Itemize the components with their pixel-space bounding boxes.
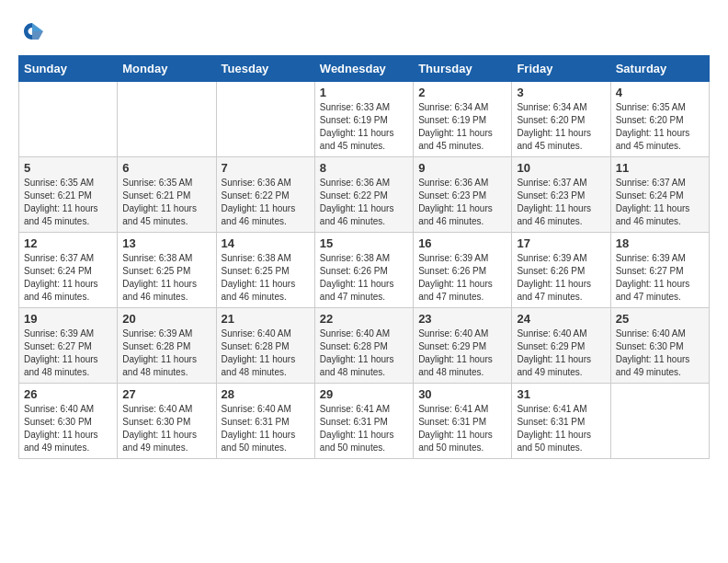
calendar-cell: 3Sunrise: 6:34 AM Sunset: 6:20 PM Daylig… — [512, 82, 610, 157]
calendar-cell: 24Sunrise: 6:40 AM Sunset: 6:29 PM Dayli… — [512, 308, 610, 384]
calendar-cell: 1Sunrise: 6:33 AM Sunset: 6:19 PM Daylig… — [314, 82, 413, 157]
day-number: 8 — [320, 161, 408, 175]
day-info: Sunrise: 6:39 AM Sunset: 6:27 PM Dayligh… — [616, 252, 704, 304]
calendar-cell — [216, 82, 314, 157]
calendar-week-row: 19Sunrise: 6:39 AM Sunset: 6:27 PM Dayli… — [19, 308, 710, 384]
day-info: Sunrise: 6:34 AM Sunset: 6:20 PM Dayligh… — [517, 101, 605, 153]
day-number: 4 — [616, 86, 704, 99]
calendar-cell — [118, 82, 216, 157]
calendar-header-sunday: Sunday — [19, 56, 118, 82]
calendar-cell: 16Sunrise: 6:39 AM Sunset: 6:26 PM Dayli… — [414, 233, 512, 308]
day-info: Sunrise: 6:38 AM Sunset: 6:26 PM Dayligh… — [320, 252, 408, 304]
day-info: Sunrise: 6:41 AM Sunset: 6:31 PM Dayligh… — [320, 403, 408, 454]
day-number: 29 — [320, 387, 408, 401]
calendar-cell: 20Sunrise: 6:39 AM Sunset: 6:28 PM Dayli… — [118, 308, 216, 384]
calendar-cell: 27Sunrise: 6:40 AM Sunset: 6:30 PM Dayli… — [118, 384, 216, 459]
day-number: 3 — [517, 86, 605, 99]
logo — [18, 18, 50, 46]
day-number: 23 — [418, 312, 506, 326]
calendar-cell: 6Sunrise: 6:35 AM Sunset: 6:21 PM Daylig… — [118, 157, 216, 233]
day-number: 14 — [222, 236, 310, 250]
day-number: 10 — [517, 161, 605, 175]
day-info: Sunrise: 6:40 AM Sunset: 6:28 PM Dayligh… — [320, 327, 408, 379]
day-info: Sunrise: 6:40 AM Sunset: 6:29 PM Dayligh… — [418, 327, 506, 379]
calendar-cell: 11Sunrise: 6:37 AM Sunset: 6:24 PM Dayli… — [610, 157, 709, 233]
day-info: Sunrise: 6:38 AM Sunset: 6:25 PM Dayligh… — [122, 252, 210, 304]
calendar-cell: 5Sunrise: 6:35 AM Sunset: 6:21 PM Daylig… — [19, 157, 118, 233]
day-info: Sunrise: 6:36 AM Sunset: 6:22 PM Dayligh… — [320, 177, 408, 228]
day-info: Sunrise: 6:41 AM Sunset: 6:31 PM Dayligh… — [517, 403, 605, 454]
calendar-cell: 4Sunrise: 6:35 AM Sunset: 6:20 PM Daylig… — [610, 82, 709, 157]
day-info: Sunrise: 6:35 AM Sunset: 6:21 PM Dayligh… — [24, 177, 112, 228]
calendar-week-row: 12Sunrise: 6:37 AM Sunset: 6:24 PM Dayli… — [19, 233, 710, 308]
day-info: Sunrise: 6:39 AM Sunset: 6:26 PM Dayligh… — [418, 252, 506, 304]
day-number: 21 — [222, 312, 310, 326]
calendar-cell: 17Sunrise: 6:39 AM Sunset: 6:26 PM Dayli… — [512, 233, 610, 308]
day-info: Sunrise: 6:40 AM Sunset: 6:30 PM Dayligh… — [616, 327, 704, 379]
calendar-cell: 8Sunrise: 6:36 AM Sunset: 6:22 PM Daylig… — [314, 157, 413, 233]
calendar-cell: 7Sunrise: 6:36 AM Sunset: 6:22 PM Daylig… — [216, 157, 314, 233]
calendar-header-saturday: Saturday — [610, 56, 709, 82]
day-info: Sunrise: 6:40 AM Sunset: 6:30 PM Dayligh… — [122, 403, 210, 454]
calendar-cell: 31Sunrise: 6:41 AM Sunset: 6:31 PM Dayli… — [512, 384, 610, 459]
calendar-week-row: 26Sunrise: 6:40 AM Sunset: 6:30 PM Dayli… — [19, 384, 710, 459]
day-number: 6 — [122, 161, 210, 175]
day-number: 31 — [517, 387, 605, 401]
calendar-cell: 23Sunrise: 6:40 AM Sunset: 6:29 PM Dayli… — [414, 308, 512, 384]
day-number: 16 — [418, 236, 506, 250]
day-number: 20 — [122, 312, 210, 326]
calendar-table: SundayMondayTuesdayWednesdayThursdayFrid… — [18, 55, 710, 459]
calendar-cell: 22Sunrise: 6:40 AM Sunset: 6:28 PM Dayli… — [314, 308, 413, 384]
calendar-cell: 29Sunrise: 6:41 AM Sunset: 6:31 PM Dayli… — [314, 384, 413, 459]
calendar-cell: 14Sunrise: 6:38 AM Sunset: 6:25 PM Dayli… — [216, 233, 314, 308]
day-info: Sunrise: 6:40 AM Sunset: 6:30 PM Dayligh… — [24, 403, 112, 454]
day-info: Sunrise: 6:35 AM Sunset: 6:21 PM Dayligh… — [122, 177, 210, 228]
calendar-header-tuesday: Tuesday — [216, 56, 314, 82]
day-number: 19 — [24, 312, 112, 326]
day-number: 17 — [517, 236, 605, 250]
calendar-week-row: 1Sunrise: 6:33 AM Sunset: 6:19 PM Daylig… — [19, 82, 710, 157]
day-info: Sunrise: 6:36 AM Sunset: 6:22 PM Dayligh… — [222, 177, 310, 228]
day-number: 7 — [222, 161, 310, 175]
calendar-cell: 25Sunrise: 6:40 AM Sunset: 6:30 PM Dayli… — [610, 308, 709, 384]
calendar-cell: 2Sunrise: 6:34 AM Sunset: 6:19 PM Daylig… — [414, 82, 512, 157]
calendar-cell — [610, 384, 709, 459]
day-info: Sunrise: 6:39 AM Sunset: 6:28 PM Dayligh… — [122, 327, 210, 379]
day-number: 13 — [122, 236, 210, 250]
day-info: Sunrise: 6:37 AM Sunset: 6:23 PM Dayligh… — [517, 177, 605, 228]
day-number: 24 — [517, 312, 605, 326]
day-number: 11 — [616, 161, 704, 175]
day-number: 26 — [24, 387, 112, 401]
day-number: 2 — [418, 86, 506, 99]
day-number: 28 — [222, 387, 310, 401]
calendar-week-row: 5Sunrise: 6:35 AM Sunset: 6:21 PM Daylig… — [19, 157, 710, 233]
calendar-cell: 26Sunrise: 6:40 AM Sunset: 6:30 PM Dayli… — [19, 384, 118, 459]
day-info: Sunrise: 6:36 AM Sunset: 6:23 PM Dayligh… — [418, 177, 506, 228]
day-info: Sunrise: 6:39 AM Sunset: 6:27 PM Dayligh… — [24, 327, 112, 379]
day-number: 5 — [24, 161, 112, 175]
calendar-cell: 10Sunrise: 6:37 AM Sunset: 6:23 PM Dayli… — [512, 157, 610, 233]
day-info: Sunrise: 6:35 AM Sunset: 6:20 PM Dayligh… — [616, 101, 704, 153]
calendar-cell: 15Sunrise: 6:38 AM Sunset: 6:26 PM Dayli… — [314, 233, 413, 308]
day-number: 27 — [122, 387, 210, 401]
calendar-header-thursday: Thursday — [414, 56, 512, 82]
calendar-header-row: SundayMondayTuesdayWednesdayThursdayFrid… — [19, 56, 710, 82]
calendar-cell — [19, 82, 118, 157]
page-header — [18, 18, 710, 46]
day-info: Sunrise: 6:34 AM Sunset: 6:19 PM Dayligh… — [418, 101, 506, 153]
calendar-cell: 21Sunrise: 6:40 AM Sunset: 6:28 PM Dayli… — [216, 308, 314, 384]
day-info: Sunrise: 6:39 AM Sunset: 6:26 PM Dayligh… — [517, 252, 605, 304]
day-info: Sunrise: 6:40 AM Sunset: 6:31 PM Dayligh… — [222, 403, 310, 454]
calendar-cell: 28Sunrise: 6:40 AM Sunset: 6:31 PM Dayli… — [216, 384, 314, 459]
day-number: 1 — [320, 86, 408, 99]
logo-icon — [18, 18, 46, 46]
day-info: Sunrise: 6:40 AM Sunset: 6:29 PM Dayligh… — [517, 327, 605, 379]
day-number: 18 — [616, 236, 704, 250]
calendar-header-wednesday: Wednesday — [314, 56, 413, 82]
day-number: 30 — [418, 387, 506, 401]
day-info: Sunrise: 6:41 AM Sunset: 6:31 PM Dayligh… — [418, 403, 506, 454]
day-number: 22 — [320, 312, 408, 326]
day-number: 15 — [320, 236, 408, 250]
calendar-header-monday: Monday — [118, 56, 216, 82]
calendar-cell: 12Sunrise: 6:37 AM Sunset: 6:24 PM Dayli… — [19, 233, 118, 308]
